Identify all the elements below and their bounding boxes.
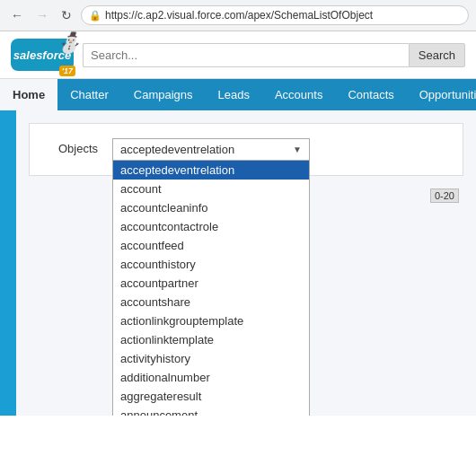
main-area: Objects acceptedeventrelation ▼ accepted… xyxy=(0,110,476,416)
search-button[interactable]: Search xyxy=(409,43,465,67)
forward-button[interactable]: → xyxy=(32,6,52,24)
nav-label-opportunities: Opportunities xyxy=(419,88,476,101)
dropdown-select[interactable]: acceptedeventrelation ▼ xyxy=(112,138,310,161)
list-item[interactable]: actionlinktemplate xyxy=(113,330,309,349)
dropdown-arrow-icon: ▼ xyxy=(293,145,302,154)
list-item[interactable]: additionalnumber xyxy=(113,368,309,387)
list-item[interactable]: aggregateresult xyxy=(113,387,309,406)
snowman-icon: ⛄ xyxy=(57,31,81,55)
nav-label-contacts: Contacts xyxy=(348,88,393,101)
list-item[interactable]: actionlinkgrouptemplate xyxy=(113,311,309,330)
refresh-button[interactable]: ↻ xyxy=(57,6,75,24)
nav-label-campaigns: Campaigns xyxy=(134,88,193,101)
nav-item-chatter[interactable]: Chatter xyxy=(57,79,121,110)
sf-nav: Home Chatter Campaigns Leads Accounts Co… xyxy=(0,79,476,110)
list-item[interactable]: accountcleaninfo xyxy=(113,198,309,217)
list-item[interactable]: accountpartner xyxy=(113,274,309,293)
list-item[interactable]: accountcontactrole xyxy=(113,217,309,236)
url-text: https://c.ap2.visual.force.com/apex/Sche… xyxy=(105,9,373,22)
right-content: Objects acceptedeventrelation ▼ accepted… xyxy=(16,110,476,416)
search-container: Search xyxy=(83,43,465,67)
nav-label-chatter: Chatter xyxy=(70,88,109,101)
objects-form: Objects acceptedeventrelation ▼ accepted… xyxy=(29,123,463,176)
lock-icon: 🔒 xyxy=(89,10,101,22)
sf-header: salesforce ⛄ '17 Search xyxy=(0,31,476,79)
pagination-indicator: 0-20 xyxy=(430,189,459,203)
nav-item-accounts[interactable]: Accounts xyxy=(262,79,335,110)
list-item[interactable]: accounthistory xyxy=(113,255,309,274)
list-item[interactable]: acceptedeventrelation xyxy=(113,161,309,180)
objects-label: Objects xyxy=(44,138,98,155)
nav-label-accounts: Accounts xyxy=(275,88,322,101)
nav-item-leads[interactable]: Leads xyxy=(206,79,262,110)
nav-item-contacts[interactable]: Contacts xyxy=(335,79,406,110)
dropdown-wrapper: acceptedeventrelation ▼ acceptedeventrel… xyxy=(112,138,310,161)
nav-item-opportunities[interactable]: Opportunities xyxy=(407,79,476,110)
dropdown-selected-value: acceptedeventrelation xyxy=(120,143,234,156)
nav-label-home: Home xyxy=(13,88,45,101)
list-item[interactable]: accountshare xyxy=(113,293,309,311)
nav-item-home[interactable]: Home xyxy=(0,79,57,110)
nav-label-leads: Leads xyxy=(218,88,250,101)
search-input[interactable] xyxy=(83,43,409,67)
left-panel xyxy=(0,110,16,416)
list-item[interactable]: announcement xyxy=(113,406,309,416)
year-badge: '17 xyxy=(59,66,75,76)
list-item[interactable]: activityhistory xyxy=(113,349,309,368)
url-bar: 🔒 https://c.ap2.visual.force.com/apex/Sc… xyxy=(81,5,469,25)
nav-item-campaigns[interactable]: Campaigns xyxy=(121,79,206,110)
browser-chrome: ← → ↻ 🔒 https://c.ap2.visual.force.com/a… xyxy=(0,0,476,31)
list-item[interactable]: account xyxy=(113,180,309,198)
list-item[interactable]: accountfeed xyxy=(113,236,309,255)
back-button[interactable]: ← xyxy=(7,6,27,24)
dropdown-list[interactable]: acceptedeventrelation account accountcle… xyxy=(112,161,310,416)
sf-logo: salesforce ⛄ '17 xyxy=(11,39,74,71)
